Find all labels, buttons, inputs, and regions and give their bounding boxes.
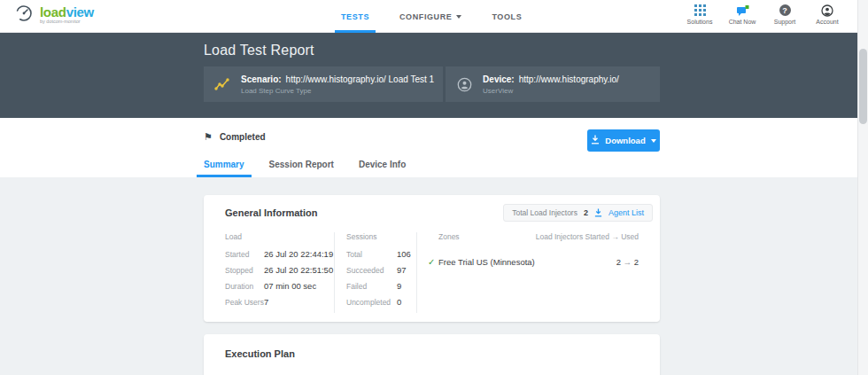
scenario-value: http://www.histography.io/ Load Test 1 — [286, 74, 435, 84]
load-row: Stopped 26 Jul 20 22:51:50 — [225, 265, 334, 275]
device-subtitle: UserView — [483, 87, 619, 95]
tab-session-report[interactable]: Session Report — [269, 160, 334, 177]
page: loadview by dotcom-monitor TESTS CONFIGU… — [0, 0, 868, 375]
load-injectors-pill: Total Load Injectors 2 Agent List — [503, 204, 653, 222]
top-nav: loadview by dotcom-monitor TESTS CONFIGU… — [0, 0, 857, 33]
nav-tools[interactable]: TOOLS — [492, 0, 522, 33]
nav-tests[interactable]: TESTS — [341, 0, 369, 33]
scenario-card[interactable]: Scenario:http://www.histography.io/ Load… — [204, 66, 443, 102]
total-load-injectors-value: 2 — [584, 208, 588, 217]
support-button[interactable]: ? Support — [767, 4, 802, 25]
sessions-row: Failed 9 — [346, 281, 416, 291]
sessions-section-title: Sessions — [346, 232, 416, 241]
flag-icon: ⚑ — [204, 132, 213, 142]
sessions-row: Succeeded 97 — [346, 265, 416, 275]
check-icon: ✓ — [428, 257, 438, 267]
nav-utilities: Solutions Chat Now ? Support — [682, 4, 845, 25]
download-button[interactable]: Download — [587, 129, 660, 152]
load-row: Duration 07 min 00 sec — [225, 281, 334, 291]
status-row: ⚑ Completed — [204, 132, 266, 142]
scrollbar-thumb[interactable] — [859, 49, 867, 124]
chat-icon — [736, 4, 749, 17]
execution-plan-card: Execution Plan — [204, 334, 660, 375]
solutions-button[interactable]: Solutions — [682, 4, 717, 25]
status-badge: Completed — [220, 132, 266, 142]
chevron-down-icon — [456, 15, 461, 19]
gauge-icon — [14, 4, 34, 27]
main-menu: TESTS CONFIGURE TOOLS — [341, 0, 522, 33]
zone-name: Free Trial US (Minnesota) — [438, 257, 535, 267]
brand-tagline: by dotcom-monitor — [40, 20, 94, 25]
report-tabs: Summary Session Report Device Info — [204, 160, 406, 177]
injectors-started-used-header: Load Injectors Started → Used — [536, 232, 639, 249]
nav-configure[interactable]: CONFIGURE — [399, 0, 461, 33]
grid-icon — [694, 4, 706, 17]
scenario-label: Scenario: — [241, 74, 282, 84]
load-row: Peak Users 7 — [225, 297, 334, 307]
zones-section-title: Zones — [438, 232, 460, 241]
loadview-logo[interactable]: loadview by dotcom-monitor — [14, 4, 94, 27]
zone-row: ✓ Free Trial US (Minnesota) 2 → 2 — [438, 257, 639, 267]
zone-injector-counts: 2 → 2 — [616, 257, 639, 267]
load-section-title: Load — [225, 232, 334, 241]
zones-section: Zones Load Injectors Started → Used ✓ Fr… — [416, 232, 639, 313]
download-icon — [591, 135, 600, 146]
sessions-row: Total 106 — [346, 249, 416, 259]
chat-now-button[interactable]: Chat Now — [725, 4, 760, 25]
device-label: Device: — [483, 74, 515, 84]
general-information-card: General Information Total Load Injectors… — [204, 195, 660, 322]
tab-device-info[interactable]: Device Info — [359, 160, 406, 177]
scenario-subtitle: Load Step Curve Type — [241, 87, 434, 95]
device-value: http://www.histography.io/ — [519, 74, 619, 84]
device-card[interactable]: Device:http://www.histography.io/ UserVi… — [446, 66, 660, 102]
brand-name: loadview — [40, 5, 94, 19]
download-agent-list-icon[interactable] — [594, 208, 602, 217]
main-content: General Information Total Load Injectors… — [0, 177, 857, 375]
account-button[interactable]: Account — [810, 4, 845, 25]
load-section: Load Started 26 Jul 20 22:44:19 Stopped … — [225, 232, 334, 313]
account-icon — [821, 4, 833, 17]
load-row: Started 26 Jul 20 22:44:19 — [225, 249, 334, 259]
agent-list-link[interactable]: Agent List — [608, 208, 644, 217]
status-band: ⚑ Completed Download Summary Session Rep… — [0, 118, 857, 177]
scrollbar[interactable] — [857, 0, 868, 375]
general-information-title: General Information — [225, 207, 318, 218]
user-device-icon — [454, 77, 474, 92]
page-title: Load Test Report — [204, 43, 660, 59]
arrow-right-glyph: → — [624, 257, 632, 267]
execution-plan-title: Execution Plan — [225, 348, 639, 359]
arrow-right-glyph: → — [611, 232, 619, 241]
help-icon: ? — [779, 4, 791, 17]
step-curve-icon — [213, 77, 232, 91]
chevron-down-icon — [651, 139, 656, 143]
sessions-section: Sessions Total 106 Succeeded 97 Failed 9 — [334, 232, 416, 313]
sessions-row: Uncompleted 0 — [346, 297, 416, 307]
total-load-injectors-label: Total Load Injectors — [512, 208, 577, 217]
tab-summary[interactable]: Summary — [204, 160, 244, 177]
report-header: Load Test Report Scenario:http://www.h — [0, 33, 857, 118]
